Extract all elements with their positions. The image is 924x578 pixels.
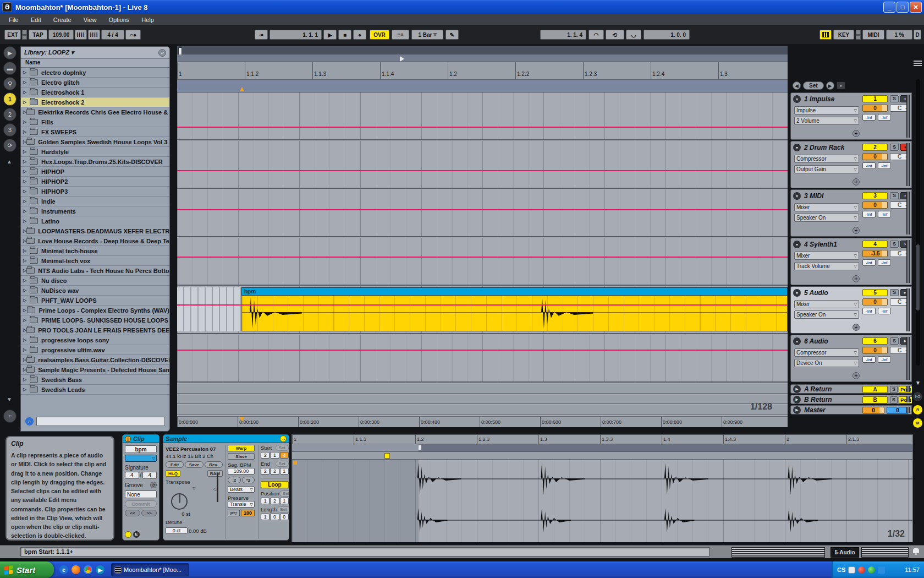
- stop-button[interactable]: ■: [338, 30, 351, 40]
- end-sixteenth[interactable]: 1: [280, 468, 289, 475]
- hot-swap-mode-icon[interactable]: ⟳: [3, 139, 16, 152]
- browser-search-input[interactable]: [36, 417, 165, 426]
- expand-triangle-icon[interactable]: ▷: [23, 199, 30, 204]
- volume-box[interactable]: 0: [862, 201, 888, 209]
- quantization-menu[interactable]: 1 Bar ▽: [411, 30, 443, 40]
- browser-path-label[interactable]: Library: LOOPZ ▾: [24, 49, 74, 56]
- slave-button[interactable]: Slave: [228, 453, 255, 460]
- browser-item[interactable]: ▷ Latino: [21, 216, 169, 226]
- lock-envelopes-icon[interactable]: ▪: [837, 81, 845, 90]
- groove-swing-icon[interactable]: ⟳: [150, 482, 157, 488]
- track-name[interactable]: 4 Sylenth1: [804, 241, 837, 248]
- expand-triangle-icon[interactable]: ▷: [23, 129, 30, 134]
- time-ruler[interactable]: 0:00:0000:00:1000:00:2000:00:3000:00:400…: [177, 416, 788, 427]
- automation-line[interactable]: [177, 350, 788, 351]
- ram-button[interactable]: RAM: [207, 470, 223, 477]
- gain-value[interactable]: 0.00 dB: [189, 528, 207, 534]
- send-a-box[interactable]: -inf: [862, 308, 876, 314]
- track-lane-midi[interactable]: [177, 189, 788, 237]
- browser-item[interactable]: ▷ Love House Records - Deep House & Deep…: [21, 236, 169, 246]
- expand-triangle-icon[interactable]: ▶: [793, 385, 801, 393]
- expand-triangle-icon[interactable]: ▷: [23, 258, 30, 263]
- expand-triangle-icon[interactable]: ▷: [23, 288, 30, 293]
- reverse-button[interactable]: Rev.: [205, 461, 223, 468]
- master-volume-box[interactable]: 0: [862, 407, 884, 414]
- start-marker-square[interactable]: [384, 453, 390, 459]
- post-button[interactable]: Post: [899, 386, 913, 393]
- browser-item[interactable]: ▷ HIPHOP: [21, 167, 169, 177]
- returns-section-toggle-icon[interactable]: R: [913, 405, 922, 415]
- file-browser-3-icon[interactable]: 3: [3, 123, 16, 137]
- browser-item[interactable]: ▷ progressive loops sony: [21, 335, 169, 345]
- track-name[interactable]: 2 Drum Rack: [804, 144, 844, 151]
- marker-band[interactable]: [177, 80, 788, 92]
- expand-triangle-icon[interactable]: ▷: [23, 219, 30, 223]
- file-browser-1-icon[interactable]: 1: [3, 92, 16, 106]
- signature-denominator[interactable]: 4: [142, 472, 157, 479]
- browser-item[interactable]: ▷ Hex.Loops.Trap.Drums.25.Kits-DISCOVER: [21, 157, 169, 167]
- track-name[interactable]: 3 MIDI: [804, 192, 823, 200]
- ext-sync-button[interactable]: EXT: [4, 30, 21, 40]
- device-chooser[interactable]: Compressor▽: [794, 348, 859, 357]
- add-lane-button[interactable]: +: [853, 372, 860, 379]
- browser-item[interactable]: ▷ Indie: [21, 197, 169, 206]
- task-button-live[interactable]: Moombahton* [Moo...: [111, 563, 189, 576]
- browser-item[interactable]: ▷ NuDisco wav: [21, 286, 169, 296]
- language-indicator[interactable]: CS: [837, 566, 845, 573]
- song-start-marker[interactable]: [400, 56, 404, 62]
- device-chooser[interactable]: Compressor▽: [794, 155, 859, 163]
- solo-button[interactable]: S: [890, 289, 899, 296]
- punch-in-button[interactable]: ◠: [588, 30, 604, 40]
- nudge-down-button[interactable]: IIII: [75, 30, 87, 40]
- collapse-triangle-icon[interactable]: ▼: [793, 337, 801, 345]
- scroll-down-icon[interactable]: ▼: [915, 380, 921, 386]
- browser-item[interactable]: ▷ electro doplnky: [21, 68, 169, 78]
- clip-name-field[interactable]: bpm: [125, 445, 157, 453]
- volume-box[interactable]: 0: [862, 347, 888, 354]
- track-name[interactable]: 1 Impulse: [804, 95, 834, 103]
- transient-envelope-value[interactable]: 100: [241, 510, 255, 516]
- loop-brace[interactable]: [419, 444, 912, 451]
- end-bar[interactable]: 2: [261, 468, 270, 475]
- clip-color-chooser[interactable]: ▽: [125, 455, 157, 462]
- plugin-devices-icon[interactable]: ▬: [3, 62, 16, 75]
- browser-item[interactable]: ▷ Sample Magic Presents - Defected House…: [21, 365, 169, 375]
- expand-triangle-icon[interactable]: ▷: [23, 100, 30, 105]
- send-a-box[interactable]: -inf: [862, 114, 876, 121]
- browser-item[interactable]: ▷ HIPHOP2: [21, 177, 169, 187]
- clip-waveform-area[interactable]: [241, 296, 788, 331]
- device-chooser[interactable]: Impulse▽: [794, 106, 859, 114]
- collapse-triangle-icon[interactable]: ▼: [793, 241, 801, 248]
- computer-midi-keyboard-button[interactable]: [820, 30, 832, 40]
- edit-button[interactable]: Edit: [166, 461, 184, 468]
- track-header-midi[interactable]: ▼ 3 MIDI Mixer▽ Speaker On▽ + 3 S ◑ 0 C◀…: [790, 189, 912, 237]
- launch-dot-icon[interactable]: [125, 531, 131, 538]
- solo-button[interactable]: S: [890, 192, 899, 199]
- warp-button[interactable]: Warp: [228, 445, 255, 451]
- control-chooser[interactable]: Device On▽: [794, 359, 859, 367]
- return-name[interactable]: B Return: [804, 396, 832, 403]
- messenger-icon[interactable]: [868, 566, 875, 574]
- save-button[interactable]: Save: [185, 461, 203, 468]
- set-length-button[interactable]: Set: [277, 506, 289, 512]
- expand-triangle-icon[interactable]: ▷: [23, 387, 30, 392]
- track-lane-sylenth1[interactable]: [177, 238, 788, 286]
- track-activator[interactable]: 3: [862, 192, 888, 199]
- maximize-button[interactable]: □: [897, 2, 909, 13]
- return-header-a[interactable]: ▶ A Return A S Post: [790, 384, 912, 394]
- browser-item[interactable]: ▷ Electroshock 2: [21, 97, 169, 107]
- add-lane-button[interactable]: +: [853, 178, 860, 186]
- browser-item[interactable]: ▷ Prime Loops - Complex Electro Synths (…: [21, 306, 169, 315]
- browser-name-column-header[interactable]: Name: [21, 59, 169, 68]
- track-name[interactable]: 5 Audio: [804, 289, 828, 297]
- loop-button[interactable]: Loop: [261, 481, 289, 488]
- expand-triangle-icon[interactable]: ▷: [23, 298, 30, 303]
- track-header-drumrack[interactable]: ▼ 2 Drum Rack Compressor▽ Output Gain▽ +…: [790, 141, 912, 188]
- solo-button[interactable]: S: [890, 396, 898, 403]
- half-tempo-button[interactable]: :2: [228, 477, 241, 483]
- hot-swap-icon[interactable]: →: [280, 435, 287, 442]
- volume-box[interactable]: 0: [862, 153, 888, 160]
- expand-triangle-icon[interactable]: ▶: [793, 406, 801, 414]
- return-name[interactable]: A Return: [804, 385, 832, 393]
- position-beat[interactable]: 2: [270, 498, 279, 504]
